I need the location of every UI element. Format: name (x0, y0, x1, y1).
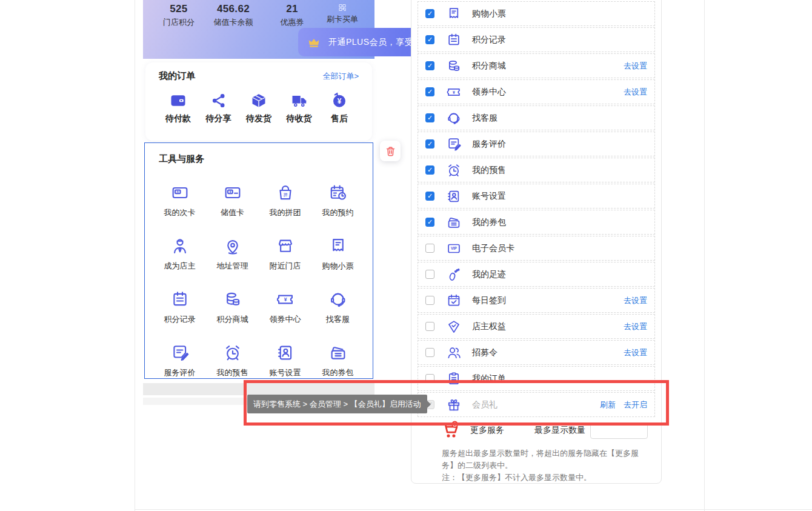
tool-service-item: 我的预约 (311, 183, 364, 218)
tool-service-icon (276, 343, 295, 362)
stat-label: 门店积分 (151, 17, 206, 28)
order-status-label: 待分享 (202, 113, 236, 124)
tool-service-label: 我的预售 (206, 367, 259, 378)
tooltip-text: 请到零售系统 > 会员管理 > 【会员礼】启用活动 (253, 399, 421, 409)
stat-value: 456.62 (206, 3, 261, 15)
content-bottom-divider (135, 509, 812, 510)
service-row: ✓ 我的券包 (418, 210, 655, 235)
service-row: ✓ ¥ 领券中心 去设置 (418, 79, 655, 104)
order-status-items: 待付款 待分享 待发货 待收货 ¥ 售后 (145, 82, 372, 124)
service-actions: 去设置 (616, 295, 647, 306)
tool-service-item: 账号设置 (259, 343, 311, 378)
service-checkbox[interactable] (425, 270, 434, 279)
tool-service-label: 地址管理 (206, 261, 259, 272)
svg-text:¥: ¥ (338, 97, 342, 105)
tool-service-item: 地址管理 (206, 236, 259, 272)
service-row: ✓ 找客服 (418, 105, 655, 130)
service-checkbox[interactable]: ✓ (425, 35, 434, 44)
note-line: 服务超出最多显示数量时，将超出的服务隐藏在【更多服务】的二级列表中。 (442, 447, 648, 472)
tool-service-item: 拼 我的拼团 (259, 183, 311, 218)
service-icon (446, 110, 462, 126)
service-icon (446, 345, 462, 361)
tool-service-label: 服务评价 (153, 367, 206, 378)
service-checkbox[interactable]: ✓ (425, 218, 434, 227)
service-checkbox[interactable]: ✓ (425, 9, 434, 18)
tool-service-item: 成为店主 (153, 236, 206, 272)
order-status-icon (169, 92, 187, 110)
tool-service-icon (328, 343, 348, 362)
tool-service-icon (223, 290, 242, 309)
tool-service-icon (170, 236, 190, 256)
delete-module-button[interactable] (380, 141, 401, 161)
tools-services-module-selected[interactable]: 工具与服务 次 我的次卡 ¥ 储值卡 拼 我的拼团 我的预约 成为店主 地址管理… (144, 142, 373, 379)
tool-service-icon (276, 236, 295, 256)
tool-service-label: 账号设置 (259, 367, 311, 378)
service-checkbox[interactable]: ✓ (425, 61, 434, 70)
service-checkbox[interactable] (425, 244, 434, 253)
tool-service-item: ¥ 储值卡 (206, 183, 259, 218)
service-actions: 去设置 (616, 87, 647, 98)
tool-service-icon (328, 290, 348, 309)
service-icon: ¥ (446, 84, 462, 100)
service-icon (446, 293, 462, 309)
service-checkbox[interactable]: ✓ (425, 87, 434, 96)
service-row: 每日签到 去设置 (418, 288, 655, 313)
my-orders-module[interactable]: 我的订单 全部订单> 待付款 待分享 待发货 待收货 ¥ 售后 (145, 62, 372, 141)
tool-service-label: 储值卡 (206, 207, 259, 218)
my-orders-title: 我的订单 (159, 70, 195, 82)
service-icon (446, 189, 462, 204)
service-row: ✓ 购物小票 (418, 1, 655, 26)
tool-service-label: 购物小票 (311, 261, 364, 272)
tool-service-label: 成为店主 (153, 261, 206, 272)
tool-service-icon (328, 183, 348, 202)
stat-label: 优惠券 (265, 17, 319, 28)
tool-service-item: 我的预售 (206, 343, 259, 378)
service-label: 我的券包 (472, 217, 647, 228)
service-row: ✓ 积分记录 (418, 27, 655, 52)
tool-service-icon: 拼 (276, 183, 295, 202)
tool-service-label: 我的券包 (311, 367, 364, 378)
tool-service-icon: ¥ (276, 290, 295, 309)
service-label: 我的预售 (472, 165, 647, 176)
service-checkbox[interactable] (425, 322, 434, 331)
tooltip: 请到零售系统 > 会员管理 > 【会员礼】启用活动 (247, 395, 427, 413)
service-icon (446, 319, 462, 335)
order-status-item: 待收货 (282, 92, 316, 124)
stat-label: 储值卡余额 (206, 17, 261, 28)
service-label: 积分商城 (472, 61, 616, 72)
tool-service-item: ¥ 领券中心 (259, 290, 311, 325)
tool-service-label: 附近门店 (259, 261, 311, 272)
order-status-label: 售后 (322, 113, 356, 124)
svg-text:¥: ¥ (284, 296, 287, 302)
tool-service-icon (170, 290, 190, 309)
service-checkbox[interactable]: ✓ (425, 113, 434, 122)
tool-service-item: 积分记录 (153, 290, 206, 325)
order-status-label: 待发货 (242, 113, 276, 124)
service-action-link[interactable]: 去设置 (624, 61, 647, 72)
tool-service-icon (328, 236, 348, 256)
stat-item: 刷卡买单 (315, 3, 370, 25)
service-checkbox[interactable] (425, 296, 434, 305)
service-checkbox[interactable]: ✓ (425, 165, 434, 175)
service-row: ✓ 积分商城 去设置 (418, 53, 655, 78)
service-action-link[interactable]: 去设置 (624, 295, 647, 306)
service-checkbox[interactable]: ✓ (425, 192, 434, 201)
tool-service-icon: 次 (170, 183, 190, 202)
service-action-link[interactable]: 去设置 (624, 347, 647, 358)
order-status-label: 待收货 (282, 113, 316, 124)
service-label: 店主权益 (472, 321, 616, 332)
service-action-link[interactable]: 去设置 (624, 87, 647, 98)
service-icon (446, 215, 462, 230)
tool-service-item: 服务评价 (153, 343, 206, 378)
member-home-preview-header: 525 门店积分 456.62 储值卡余额 21 优惠券 刷卡买单 开通PLUS… (143, 0, 374, 59)
svg-text:拼: 拼 (283, 192, 287, 198)
service-icon: VIP (446, 241, 462, 256)
service-icon (446, 267, 462, 282)
service-actions: 去设置 (616, 61, 647, 72)
service-action-link[interactable]: 去设置 (624, 321, 647, 332)
service-checkbox[interactable] (425, 348, 434, 357)
tool-service-label: 领券中心 (259, 314, 311, 325)
service-checkbox[interactable]: ✓ (425, 139, 434, 149)
order-status-icon (290, 92, 308, 110)
service-icon (446, 32, 462, 48)
